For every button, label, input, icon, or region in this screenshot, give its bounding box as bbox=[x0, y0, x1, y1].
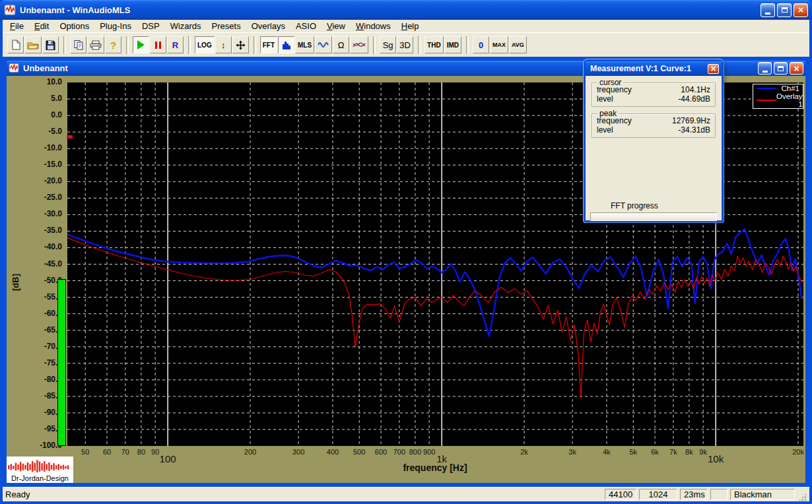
document-minimize-button[interactable] bbox=[758, 62, 772, 75]
resize-grip[interactable] bbox=[798, 493, 807, 501]
cursor-level-value: -44.69dB bbox=[678, 94, 710, 104]
app-icon bbox=[4, 4, 16, 16]
peak-level-value: -34.31dB bbox=[678, 125, 710, 135]
legend-label: Ch#1 bbox=[776, 84, 799, 92]
menu-item-plugins[interactable]: Plug-Ins bbox=[94, 20, 137, 32]
close-icon: × bbox=[798, 5, 803, 15]
legend-line-swatch-red bbox=[757, 100, 776, 101]
status-samplerate: 44100 bbox=[605, 489, 636, 500]
status-fft-size: 1024 bbox=[639, 489, 677, 500]
measurement-dialog-body: cursor frequency 104.1Hz level -44.69dB … bbox=[586, 82, 722, 225]
measurement-dialog-close-button[interactable]: × bbox=[708, 64, 719, 74]
menu-item-options[interactable]: Options bbox=[54, 20, 94, 32]
document-close-button[interactable]: × bbox=[790, 62, 803, 75]
help-icon: ? bbox=[110, 40, 116, 51]
average-button[interactable]: AVG bbox=[509, 36, 527, 53]
document-maximize-button[interactable] bbox=[774, 62, 788, 75]
imd-button[interactable]: IMD bbox=[444, 36, 461, 53]
open-button[interactable] bbox=[24, 36, 42, 53]
vertical-zoom-button[interactable]: ↕ bbox=[215, 36, 232, 53]
maximize-icon bbox=[782, 7, 788, 13]
print-button[interactable] bbox=[87, 36, 104, 53]
impedance-button[interactable]: Ω bbox=[333, 36, 349, 53]
move-button[interactable] bbox=[232, 36, 249, 53]
plot-legend: Ch#1 Overlay 1 bbox=[753, 84, 803, 109]
vertical-arrows-icon: ↕ bbox=[221, 40, 226, 50]
toolbar: ? R LOG ↕ FFT MLS Ω Sg 3D THD IMD 0 MAX … bbox=[3, 32, 809, 57]
status-message: Ready bbox=[5, 489, 30, 499]
mls-button[interactable]: MLS bbox=[295, 36, 314, 53]
cursor-level-row: level -44.69dB bbox=[597, 94, 710, 104]
logo-waveform-icon bbox=[7, 457, 71, 474]
status-empty-panel bbox=[710, 489, 727, 500]
save-floppy-icon bbox=[46, 40, 55, 50]
menu-item-presets[interactable]: Presets bbox=[207, 20, 246, 32]
legend-entry-ch1: Ch#1 bbox=[757, 84, 799, 92]
document-icon bbox=[9, 63, 20, 75]
zero-label: 0 bbox=[479, 40, 483, 50]
toolbar-separator bbox=[466, 36, 469, 54]
toolbar-separator bbox=[126, 36, 129, 54]
legend-label: Overlay 1 bbox=[776, 92, 803, 108]
sine-wave-icon bbox=[318, 40, 329, 49]
record-button[interactable]: R bbox=[167, 36, 184, 53]
copy-button[interactable] bbox=[70, 36, 86, 53]
close-button[interactable]: × bbox=[794, 3, 808, 17]
thd-button[interactable]: THD bbox=[424, 36, 444, 53]
status-latency: 23ms bbox=[680, 489, 708, 500]
legend-entry-overlay1: Overlay 1 bbox=[757, 92, 799, 108]
menu-item-asio[interactable]: ASIO bbox=[290, 20, 321, 32]
printer-icon bbox=[90, 40, 102, 50]
menu-bar: FileEditOptionsPlug-InsDSPWizardsPresets… bbox=[3, 20, 809, 32]
level-meter-peak bbox=[67, 135, 73, 139]
toolbar-separator bbox=[418, 36, 421, 54]
cursor-group-label: cursor bbox=[597, 78, 623, 87]
x-axis-title: frequency [Hz] bbox=[369, 462, 501, 473]
bar-chart-icon bbox=[281, 40, 292, 49]
menu-item-file[interactable]: File bbox=[5, 20, 29, 32]
maximize-icon bbox=[778, 66, 784, 71]
scope-button[interactable] bbox=[315, 36, 332, 53]
max-hold-button[interactable]: MAX bbox=[490, 36, 508, 53]
status-window-function: Blackman bbox=[730, 489, 795, 500]
menu-item-dsp[interactable]: DSP bbox=[137, 20, 165, 32]
status-bar: Ready 44100 1024 23ms Blackman bbox=[3, 487, 809, 501]
cursor-frequency-value: 104.1Hz bbox=[681, 85, 710, 94]
menu-item-edit[interactable]: Edit bbox=[29, 20, 54, 32]
peak-level-row: level -34.31dB bbox=[597, 125, 710, 135]
avg-label: AVG bbox=[512, 42, 524, 48]
peak-frequency-value: 12769.9Hz bbox=[672, 116, 710, 125]
menu-item-overlays[interactable]: Overlays bbox=[246, 20, 290, 32]
peak-group: peak frequency 12769.9Hz level -34.31dB bbox=[592, 113, 716, 138]
pause-button[interactable] bbox=[150, 36, 166, 53]
log-scale-button[interactable]: LOG bbox=[195, 36, 215, 53]
menu-item-windows[interactable]: Windows bbox=[351, 20, 396, 32]
bar-spectrum-button[interactable] bbox=[278, 36, 294, 53]
max-label: MAX bbox=[492, 42, 506, 48]
new-button[interactable] bbox=[7, 36, 24, 53]
menu-item-wizards[interactable]: Wizards bbox=[165, 20, 207, 32]
measurement-dialog-titlebar[interactable]: Measurement V:1 Curve:1 × bbox=[586, 61, 722, 76]
toolbar-separator bbox=[254, 36, 256, 54]
threed-view-button[interactable]: 3D bbox=[397, 36, 413, 53]
close-icon: × bbox=[794, 64, 799, 73]
menu-item-view[interactable]: View bbox=[321, 20, 351, 32]
menu-item-help[interactable]: Help bbox=[396, 20, 424, 32]
play-button[interactable] bbox=[133, 36, 149, 53]
signal-generator-button[interactable]: Sg bbox=[380, 36, 396, 53]
open-folder-icon bbox=[27, 41, 39, 49]
cursor-level-label: level bbox=[597, 94, 613, 104]
zero-averaging-button[interactable]: 0 bbox=[473, 36, 489, 53]
curves-icon bbox=[353, 41, 366, 49]
fft-progress-bar bbox=[590, 212, 717, 221]
help-button[interactable]: ? bbox=[105, 36, 121, 53]
y-axis-title: [dB] bbox=[11, 274, 20, 291]
main-titlebar[interactable]: Unbenannt - WinAudioMLS × bbox=[0, 0, 812, 20]
minimize-button[interactable] bbox=[761, 3, 775, 17]
overlay-curves-button[interactable] bbox=[350, 36, 368, 53]
fft-button[interactable]: FFT bbox=[260, 36, 277, 53]
save-button[interactable] bbox=[42, 36, 59, 53]
maximize-button[interactable] bbox=[777, 3, 792, 17]
level-meter-bar bbox=[57, 279, 66, 446]
window-title: Unbenannt - WinAudioMLS bbox=[20, 5, 759, 15]
